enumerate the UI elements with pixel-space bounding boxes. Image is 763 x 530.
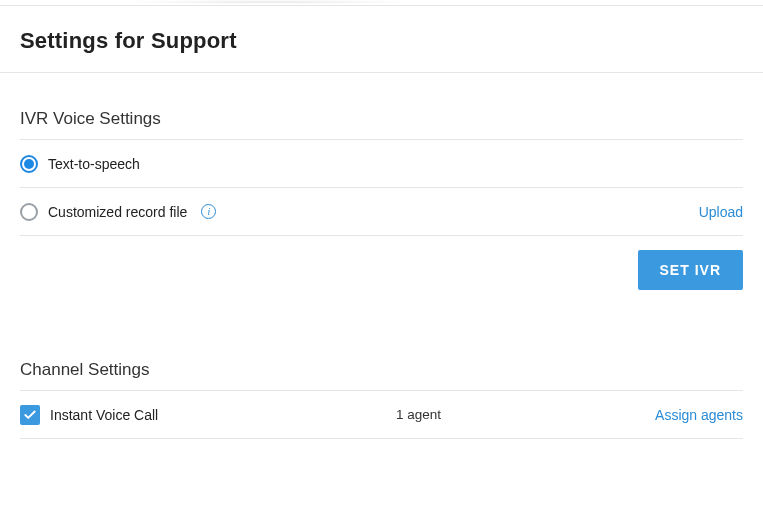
radio-tts[interactable] [20, 155, 38, 173]
assign-agents-link[interactable]: Assign agents [655, 407, 743, 423]
ivr-option-custom-row[interactable]: Customized record file Upload [20, 188, 743, 236]
channel-instant-voice-row: Instant Voice Call 1 agent Assign agents [20, 391, 743, 439]
ivr-section-title: IVR Voice Settings [20, 109, 743, 129]
ivr-button-row: SET IVR [20, 236, 743, 290]
info-icon[interactable] [201, 204, 216, 219]
check-icon [23, 408, 37, 422]
channel-agent-count: 1 agent [396, 407, 655, 422]
radio-tts-label: Text-to-speech [48, 156, 140, 172]
radio-custom-label: Customized record file [48, 204, 187, 220]
channel-section-title: Channel Settings [20, 360, 743, 380]
checkbox-instant-voice[interactable] [20, 405, 40, 425]
channel-section: Channel Settings Instant Voice Call 1 ag… [0, 360, 763, 439]
page-title: Settings for Support [0, 6, 763, 73]
tab-shadow [120, 0, 420, 4]
channel-instant-voice-label: Instant Voice Call [50, 407, 158, 423]
radio-custom[interactable] [20, 203, 38, 221]
ivr-section: IVR Voice Settings Text-to-speech Custom… [0, 109, 763, 290]
set-ivr-button[interactable]: SET IVR [638, 250, 743, 290]
ivr-option-tts-row[interactable]: Text-to-speech [20, 140, 743, 188]
upload-link[interactable]: Upload [699, 204, 743, 220]
